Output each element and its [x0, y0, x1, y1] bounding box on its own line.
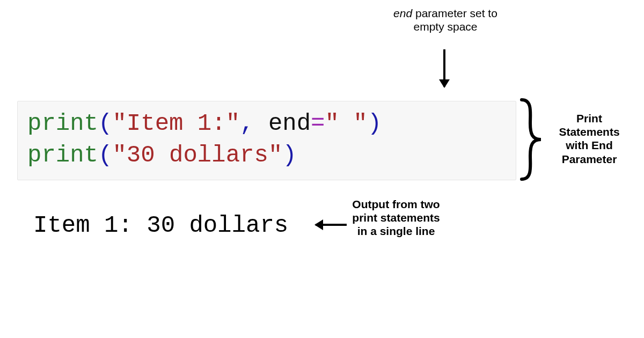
annotation-end-rest: parameter set to empty space [412, 7, 497, 33]
output-text: Item 1: 30 dollars [33, 212, 288, 239]
annotation-print-statements: Print Statements with End Parameter [546, 112, 632, 166]
code-block: print("Item 1:", end=" ") print("30 doll… [17, 101, 516, 180]
curly-brace-icon [517, 97, 544, 182]
code-line-2: print("30 dollars") [27, 142, 297, 168]
arrow-down-icon [443, 49, 445, 87]
annotation-end-parameter: end parameter set to empty space [386, 6, 504, 33]
arrow-left-icon [316, 224, 347, 226]
annotation-output: Output from two print statements in a si… [348, 197, 444, 238]
annotation-end-italic: end [393, 7, 412, 19]
code-line-1: print("Item 1:", end=" ") [27, 110, 382, 137]
